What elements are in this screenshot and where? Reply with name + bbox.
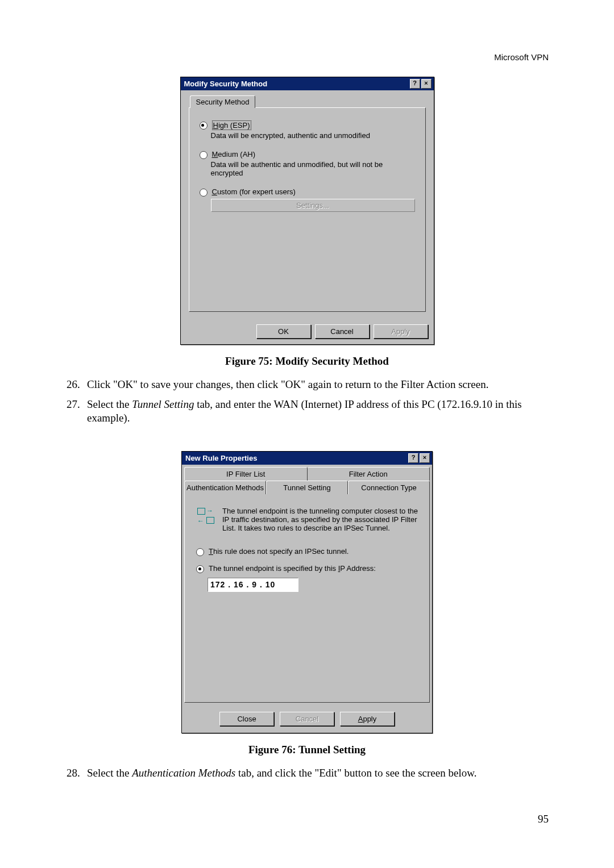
cancel-button: Cancel <box>280 712 334 726</box>
tunnel-icon: → ← <box>196 507 214 525</box>
ip-address-field[interactable]: 172 . 16 . 9 . 10 <box>208 578 298 592</box>
radio-tunnel-ip-label[interactable]: The tunnel endpoint is specified by this… <box>209 564 376 573</box>
close-icon[interactable]: × <box>420 453 430 463</box>
step-27: 27. Select the Tunnel Setting tab, and e… <box>67 398 549 425</box>
dialog-titlebar: Modify Security Method ? × <box>181 77 434 90</box>
tunnel-desc: The tunnel endpoint is the tunneling com… <box>222 507 420 532</box>
radio-no-tunnel[interactable] <box>196 548 204 556</box>
close-button[interactable]: Close <box>219 712 274 726</box>
tab-filter-action[interactable]: Filter Action <box>308 467 430 481</box>
apply-button[interactable]: Apply <box>340 712 395 726</box>
step-26: 26. Click "OK" to save your changes, the… <box>67 378 549 392</box>
dialog2-title: New Rule Properties <box>185 454 257 462</box>
radio-medium[interactable] <box>200 151 208 159</box>
dialog2-titlebar: New Rule Properties ? × <box>182 452 432 465</box>
tab-authentication-methods[interactable]: Authentication Methods <box>184 481 266 494</box>
cancel-button[interactable]: Cancel <box>315 324 370 339</box>
help-icon[interactable]: ? <box>410 79 420 89</box>
help-icon[interactable]: ? <box>408 453 418 463</box>
high-desc: Data will be encrypted, authentic and un… <box>211 131 415 140</box>
figure-76-caption: Figure 76: Tunnel Setting <box>65 744 549 756</box>
apply-button: Apply <box>374 324 428 339</box>
tab-security-method[interactable]: Security Method <box>190 95 256 108</box>
ok-button[interactable]: OK <box>256 324 311 339</box>
page-number: 95 <box>538 813 549 825</box>
close-icon[interactable]: × <box>421 79 432 89</box>
tab-ip-filter-list[interactable]: IP Filter List <box>184 467 308 481</box>
radio-medium-label[interactable]: Medium (AH) <box>212 150 256 158</box>
figure-75-caption: Figure 75: Modify Security Method <box>65 355 549 368</box>
radio-custom-label[interactable]: Custom (for expert users) <box>212 187 296 196</box>
tab-connection-type[interactable]: Connection Type <box>348 481 430 494</box>
radio-high-label[interactable]: High (ESP) <box>212 120 251 130</box>
header-section: Microsoft VPN <box>494 52 549 62</box>
radio-tunnel-ip[interactable] <box>196 565 204 573</box>
dialog-title: Modify Security Method <box>184 80 268 88</box>
new-rule-properties-dialog: New Rule Properties ? × IP Filter List F… <box>181 451 433 733</box>
tab-tunnel-setting[interactable]: Tunnel Setting <box>266 481 348 494</box>
modify-security-method-dialog: Modify Security Method ? × Security Meth… <box>180 77 434 345</box>
radio-custom[interactable] <box>200 189 208 197</box>
radio-no-tunnel-label[interactable]: This rule does not specify an IPSec tunn… <box>209 547 349 556</box>
step-28: 28. Select the Authentication Methods ta… <box>67 766 549 781</box>
radio-high[interactable] <box>200 122 208 130</box>
medium-desc: Data will be authentic and unmodified, b… <box>211 160 415 177</box>
settings-button: Settings... <box>211 199 415 212</box>
